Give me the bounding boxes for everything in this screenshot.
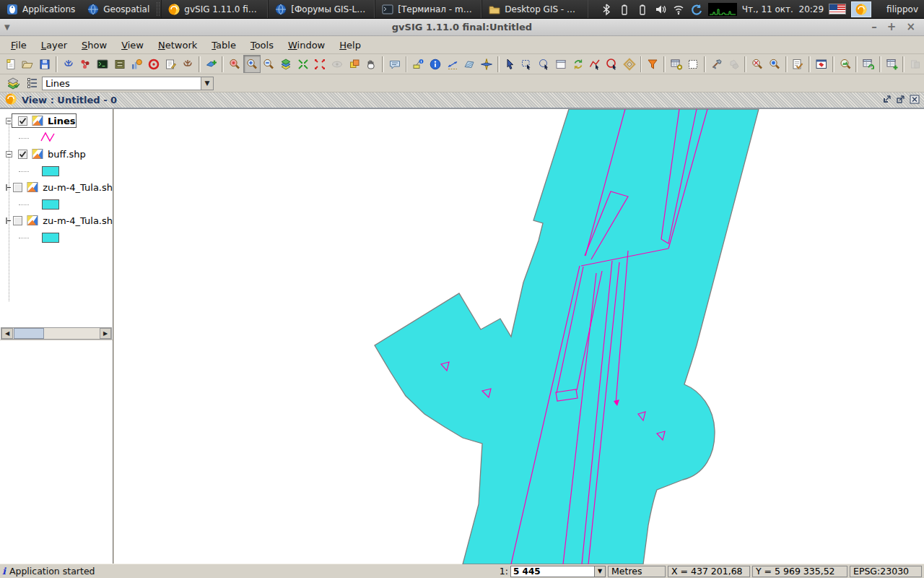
layer-row[interactable]: zu-m-4_Tula.sh	[0, 213, 113, 228]
layer-row[interactable]: buff.shp	[0, 147, 113, 161]
refresh-icon[interactable]	[690, 3, 703, 16]
scale-arrow-icon[interactable]: ▼	[594, 566, 605, 577]
menu-network[interactable]: Network	[152, 38, 204, 53]
hyperlink-bubble-button[interactable]	[386, 55, 404, 73]
filter-funnel-button[interactable]	[644, 55, 661, 73]
zoom-select-green-button[interactable]	[295, 55, 312, 73]
layer-add-button[interactable]	[203, 55, 220, 73]
grapple-blue-button[interactable]	[60, 55, 77, 73]
select-rect-button[interactable]	[518, 55, 536, 73]
layer-list-icon[interactable]	[26, 77, 39, 90]
layer-checkbox[interactable]	[18, 150, 27, 159]
menu-window[interactable]: Window	[282, 38, 331, 53]
map-canvas[interactable]	[114, 109, 924, 564]
volume-icon[interactable]	[654, 3, 667, 16]
view-restore-icon[interactable]	[896, 95, 905, 106]
battery-icon[interactable]	[618, 3, 631, 16]
overview-map-button[interactable]	[813, 55, 830, 73]
window-titlebar[interactable]: ▼ gvSIG 1.11.0 final:Untitled – + ×	[0, 19, 924, 36]
layer-checkbox[interactable]	[18, 116, 27, 126]
select-circle-button[interactable]	[603, 55, 621, 73]
tree-collapse-icon[interactable]	[6, 151, 12, 158]
layers-visibility-icon[interactable]	[6, 77, 19, 90]
minimize-button[interactable]: –	[871, 22, 877, 33]
scroll-right-icon[interactable]: ▶	[100, 328, 111, 339]
toc-horizontal-scrollbar[interactable]: ◀ ▶	[1, 327, 112, 340]
layer-row[interactable]: zu-m-4_Tula.sh	[0, 180, 113, 194]
scrollbar-thumb[interactable]	[14, 328, 44, 339]
toolbox-hammer-button[interactable]	[708, 55, 725, 73]
menu-layer[interactable]: Layer	[35, 38, 74, 53]
measure-distance-button[interactable]	[444, 55, 461, 73]
buffer-diamond-button[interactable]	[621, 55, 638, 73]
locator-magnifier-button[interactable]	[749, 55, 766, 73]
zoom-extent-red-button[interactable]	[311, 55, 328, 73]
us-flag-icon[interactable]	[829, 4, 846, 14]
table-settings-button[interactable]	[668, 55, 685, 73]
zoom-previous-button[interactable]	[226, 55, 243, 73]
active-window-tray-icon[interactable]	[851, 1, 871, 17]
select-window-button[interactable]	[552, 55, 570, 73]
chart-ball-button[interactable]	[128, 55, 145, 73]
notebook-edit-button[interactable]	[162, 55, 180, 73]
menu-table[interactable]: Table	[205, 38, 243, 53]
taskbar-task-button[interactable]: gvSIG 1.11.0 final:...	[161, 0, 268, 18]
pan-hand-button[interactable]	[362, 55, 380, 73]
taskbar-menu-geospatial[interactable]: Geospatial	[81, 0, 155, 18]
target-record-button[interactable]	[145, 55, 162, 73]
satellite-info-button[interactable]	[409, 55, 427, 73]
tree-collapse-icon[interactable]	[6, 217, 7, 224]
layer-name[interactable]: buff.shp	[48, 149, 86, 160]
close-button[interactable]: ×	[906, 22, 915, 33]
taskbar-menu-applications[interactable]: Applications	[0, 0, 81, 18]
layer-checkbox[interactable]	[13, 216, 22, 225]
scroll-left-icon[interactable]: ◀	[1, 328, 13, 339]
menu-show[interactable]: Show	[75, 38, 113, 53]
zoom-raster-button[interactable]	[837, 55, 854, 73]
menu-view[interactable]: View	[115, 38, 150, 53]
cabinet-button[interactable]	[111, 55, 128, 73]
select-dashed-button[interactable]	[685, 55, 702, 73]
frames-move-button[interactable]	[346, 55, 363, 73]
bluetooth-icon[interactable]	[600, 3, 613, 16]
folder-open-button[interactable]	[19, 55, 37, 73]
save-button[interactable]	[36, 55, 53, 73]
menu-file[interactable]: File	[4, 38, 33, 53]
epsg-code[interactable]: EPSG:23030	[850, 566, 922, 577]
clock[interactable]: Чт., 11 окт. 20:29	[742, 4, 824, 14]
info-button[interactable]	[427, 55, 444, 73]
view-window-titlebar[interactable]: View : Untitled - 0	[0, 92, 924, 108]
battery-icon[interactable]	[636, 3, 649, 16]
molecule-button[interactable]	[77, 55, 94, 73]
view-minimize-icon[interactable]	[882, 95, 892, 106]
maximize-button[interactable]: +	[887, 22, 897, 33]
username[interactable]: filippov	[886, 4, 918, 14]
layer-name[interactable]: zu-m-4_Tula.sh	[43, 182, 113, 193]
taskbar-task-button[interactable]: [Терминал - mc [fil...	[375, 0, 481, 18]
validate-edit-button[interactable]	[790, 55, 807, 73]
grapple-brown-button[interactable]	[179, 55, 196, 73]
search-magnifier-button[interactable]	[766, 55, 783, 73]
taskbar-task-button[interactable]: Desktop GIS - Фай...	[481, 0, 588, 18]
select-polyline-button[interactable]	[587, 55, 604, 73]
active-layer-combobox[interactable]: Lines ▼	[42, 77, 214, 90]
tree-collapse-icon[interactable]	[6, 184, 7, 191]
zoom-out-button[interactable]	[261, 55, 278, 73]
table-reload-button[interactable]	[860, 55, 877, 73]
combobox-arrow-icon[interactable]: ▼	[201, 77, 213, 90]
terminal-console-button[interactable]	[94, 55, 111, 73]
layer-name[interactable]: Lines	[48, 116, 76, 126]
wifi-icon[interactable]	[672, 3, 685, 16]
layer-row[interactable]: Lines	[0, 113, 113, 128]
menu-help[interactable]: Help	[333, 38, 367, 53]
zoom-all-layers-button[interactable]	[277, 55, 295, 73]
select-arrow-button[interactable]	[502, 55, 519, 73]
select-lasso-button[interactable]	[536, 55, 553, 73]
taskbar-task-button[interactable]: [Форумы GIS-Lab....	[268, 0, 375, 18]
scale-combobox[interactable]: 5 445 ▼	[510, 566, 606, 577]
tree-collapse-icon[interactable]	[6, 118, 12, 124]
compass-gps-button[interactable]	[478, 55, 495, 73]
layer-name[interactable]: zu-m-4_Tula.sh	[43, 215, 113, 226]
measure-area-button[interactable]	[461, 55, 478, 73]
layer-checkbox[interactable]	[13, 183, 22, 192]
